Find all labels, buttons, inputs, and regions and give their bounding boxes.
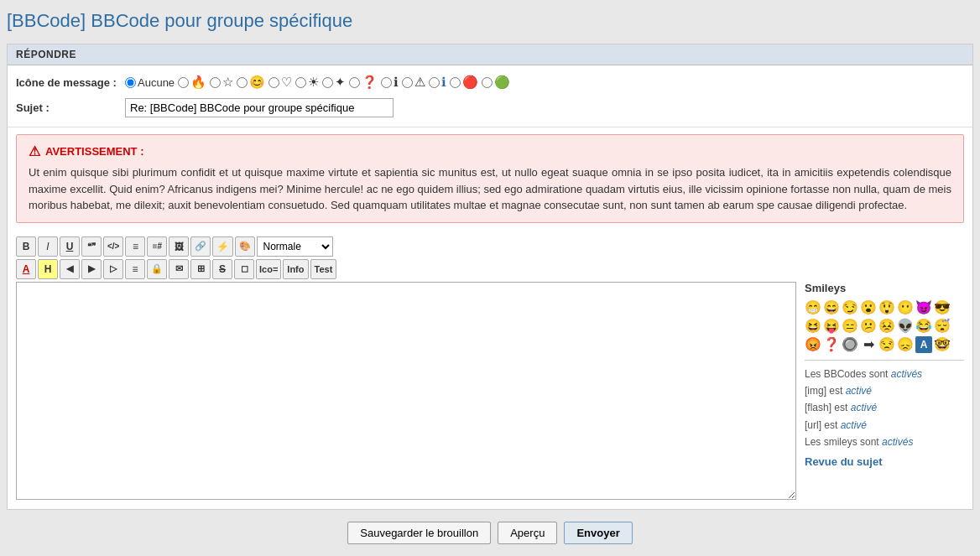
subject-input[interactable] [125,98,394,117]
preview-button[interactable]: Aperçu [498,522,557,544]
icon-info[interactable]: ℹ [381,75,399,90]
smiley-15[interactable]: 😂 [915,318,932,335]
quote-button[interactable]: ❝❞ [81,236,102,257]
img-status: [img] est activé [805,382,964,399]
subject-row: Sujet : [16,94,964,122]
smiley-18[interactable]: ❓ [823,336,840,353]
smiley-12[interactable]: 😕 [860,318,877,335]
smiley-2[interactable]: 😄 [823,299,840,316]
icon-star-outline[interactable]: ☆ [210,75,233,90]
form-icon-section: Icône de message : Aucune 🔥 ☆ [8,65,972,127]
smileys-info: Les BBCodes sont activés [img] est activ… [805,360,964,451]
justify-button[interactable]: ≡ [125,259,145,279]
bold-button[interactable]: B [16,236,36,257]
smiley-11[interactable]: 😑 [842,318,858,335]
smiley-24[interactable]: 🤓 [934,336,951,353]
toolbar-row-2: A H ◀ ▶ ▷ ≡ 🔒 ✉ ⊞ S ◻ Ico= Info Test [16,259,964,279]
link-button[interactable]: 🔗 [190,236,211,257]
url-status: [url] est activé [805,417,964,434]
flash-button[interactable]: ⚡ [212,236,233,257]
list-ul-button[interactable]: ≡ [125,236,145,257]
smileys-panel: Smileys 😁 😄 😏 😮 😲 😶 😈 😎 😆 😝 😑 😕 [805,282,964,502]
smileys-grid: 😁 😄 😏 😮 😲 😶 😈 😎 😆 😝 😑 😕 😣 👽 [805,299,964,353]
smiley-4[interactable]: 😮 [860,299,877,316]
smiley-10[interactable]: 😝 [823,318,840,335]
smiley-22[interactable]: 😞 [897,336,914,353]
align-right-button[interactable]: ▷ [103,259,123,279]
icon-radio-group: Aucune 🔥 ☆ 😊 [125,75,510,90]
smileys-status: Les smileys sont activés [805,434,964,450]
smiley-23[interactable]: A [915,336,932,353]
icon-label: Icône de message : [16,76,125,89]
smiley-5[interactable]: 😲 [878,299,895,316]
send-button[interactable]: Envoyer [564,522,632,544]
icon-heart[interactable]: ♡ [268,75,292,90]
icon-row: Icône de message : Aucune 🔥 ☆ [16,70,964,94]
color-button[interactable]: 🎨 [235,236,255,257]
italic-button[interactable]: I [38,236,58,257]
list-ol-button[interactable]: ≡# [147,236,167,257]
flash-status: [flash] est activé [805,399,964,416]
smiley-16[interactable]: 😴 [934,318,951,335]
warning-icon: ⚠ [29,143,40,159]
bbcodes-status: Les BBCodes sont activés [805,366,964,382]
icon-none[interactable]: Aucune [125,76,175,89]
smiley-3[interactable]: 😏 [842,299,858,316]
icon-green[interactable]: 🟢 [482,75,510,90]
code-button[interactable]: </> [103,236,123,257]
align-center-button[interactable]: ▶ [81,259,102,279]
warning-box: ⚠ AVERTISSEMENT : Ut enim quisque sibi p… [16,134,964,223]
email-button[interactable]: ✉ [169,259,189,279]
icon-question[interactable]: ❓ [349,75,378,90]
smiley-6[interactable]: 😶 [897,299,914,316]
smiley-14[interactable]: 👽 [897,318,914,335]
warning-text: Ut enim quisque sibi plurimum confidit e… [29,164,951,214]
message-textarea[interactable] [16,282,796,500]
subject-label: Sujet : [16,101,125,114]
icon-face[interactable]: 😊 [237,75,265,90]
smiley-8[interactable]: 😎 [934,299,951,316]
font-size-select[interactable]: Normale Petite Grande Très grande [257,236,333,257]
editor-textarea-wrap [16,282,796,502]
page-title: [BBCode] BBCode pour groupe spécifique [7,7,973,35]
smiley-17[interactable]: 😡 [805,336,821,353]
icon-warning[interactable]: ⚠ [402,75,425,90]
image-button[interactable]: 🖼 [169,236,189,257]
strike-button[interactable]: S [212,259,232,279]
smiley-1[interactable]: 😁 [805,299,821,316]
info-button[interactable]: Info [283,259,308,279]
smiley-21[interactable]: 😒 [878,336,895,353]
revue-link[interactable]: Revue du sujet [805,455,882,468]
warning-title-text: AVERTISSEMENT : [45,145,144,158]
icon-flame[interactable]: 🔥 [178,75,206,90]
icon-info2[interactable]: ℹ [429,75,446,90]
section-header: RÉPONDRE [8,44,972,65]
editor-section: B I U ❝❞ </> ≡ ≡# 🖼 🔗 ⚡ 🎨 Normale Petite… [8,230,972,509]
save-draft-button[interactable]: Sauvegarder le brouillon [347,522,491,544]
smiley-19[interactable]: 🔘 [842,336,858,353]
table-button[interactable]: ⊞ [190,259,211,279]
lock-button[interactable]: 🔒 [147,259,167,279]
highlight-button[interactable]: H [38,259,58,279]
editor-main: Smileys 😁 😄 😏 😮 😲 😶 😈 😎 😆 😝 😑 😕 [16,282,964,502]
main-box: RÉPONDRE Icône de message : Aucune 🔥 [7,44,973,510]
spoiler-button[interactable]: ◻ [234,259,254,279]
icon-star[interactable]: ✦ [322,75,346,90]
smiley-9[interactable]: 😆 [805,318,821,335]
icon-sun[interactable]: ☀ [295,75,319,90]
align-left-button[interactable]: ◀ [60,259,80,279]
toolbar-row-1: B I U ❝❞ </> ≡ ≡# 🖼 🔗 ⚡ 🎨 Normale Petite… [16,236,964,257]
smiley-20[interactable]: ➡ [860,336,877,353]
icon-red[interactable]: 🔴 [450,75,478,90]
smiley-7[interactable]: 😈 [915,299,932,316]
font-color-button[interactable]: A [16,259,36,279]
ico-button[interactable]: Ico= [256,259,281,279]
smileys-title: Smileys [805,282,964,294]
warning-title: ⚠ AVERTISSEMENT : [29,143,951,159]
smiley-13[interactable]: 😣 [878,318,895,335]
test-button[interactable]: Test [310,259,337,279]
underline-button[interactable]: U [60,236,80,257]
footer-buttons: Sauvegarder le brouillon Aperçu Envoyer [7,510,973,553]
